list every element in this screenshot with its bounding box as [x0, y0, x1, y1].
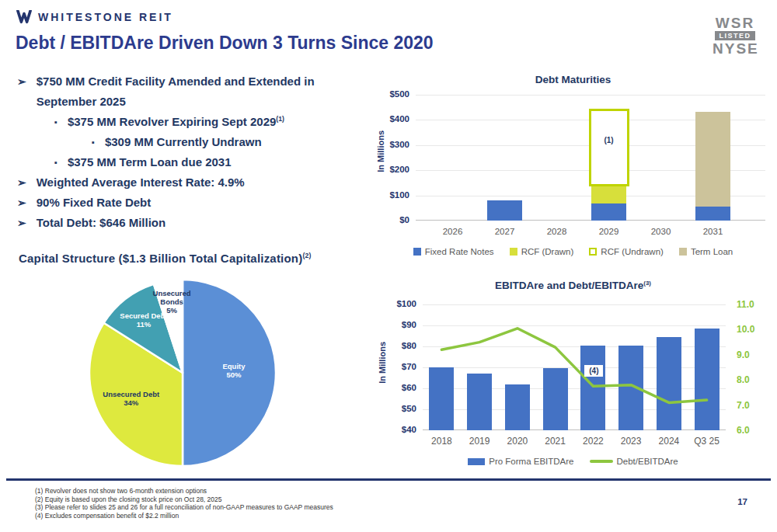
y-axis-tick: $200 — [374, 165, 409, 174]
logo-text: WHITESTONE REIT — [38, 11, 173, 23]
bar-segment-rcf-drawn- — [591, 186, 626, 203]
bullet-text: $375 MM Revolver Expiring Sept 2029(1) — [68, 112, 284, 132]
x-axis-tick: Q3 25 — [687, 436, 727, 447]
left-axis-tick: $50 — [381, 404, 416, 413]
legend-item: RCF (Undrawn) — [589, 247, 664, 256]
legend-item: Debt/EBITDAre — [590, 457, 678, 466]
footnotes: (1) Revolver does not show two 6-month e… — [35, 487, 333, 520]
right-axis-tick: 7.0 — [737, 400, 750, 411]
x-axis-tick: 2024 — [649, 436, 689, 447]
whitestone-logo: WHITESTONE REIT — [16, 10, 173, 24]
legend-label: RCF (Drawn) — [521, 247, 574, 256]
legend-label: RCF (Undrawn) — [601, 247, 664, 256]
footnote-line: (4) Excludes compensation benefit of $2.… — [35, 512, 333, 520]
ebitdare-plot-area: $40$50$60$70$80$90$1006.07.08.09.010.011… — [423, 304, 726, 430]
legend-label: Debt/EBITDAre — [617, 457, 678, 466]
listed-label: LISTED — [715, 31, 755, 40]
ticker-symbol: WSR — [713, 16, 758, 30]
x-axis-tick: 2031 — [690, 227, 737, 236]
left-axis-tick: $70 — [381, 362, 416, 371]
debt-ebitdare-line — [441, 329, 706, 403]
legend-label: Fixed Rate Notes — [425, 247, 494, 256]
debt-maturities-legend: Fixed Rate NotesRCF (Drawn)RCF (Undrawn)… — [373, 247, 773, 256]
right-axis-tick: 11.0 — [737, 299, 754, 310]
capital-structure-pie-chart: Equity50%Unsecured Debt34%Secured Debt11… — [66, 272, 299, 471]
line-overlay — [423, 304, 726, 430]
x-axis-tick: 2022 — [573, 436, 613, 447]
legend-swatch-icon — [679, 248, 687, 256]
legend-item: Pro Forma EBITDAre — [468, 457, 573, 466]
legend-label: Term Loan — [691, 247, 733, 256]
x-axis-tick: 2021 — [535, 436, 576, 447]
x-axis-tick: 2019 — [459, 436, 500, 447]
left-axis-tick: $80 — [381, 341, 416, 350]
x-axis-tick: 2029 — [586, 227, 632, 236]
footnote-line: (2) Equity is based upon the closing sto… — [35, 495, 333, 504]
x-axis-tick: 2030 — [638, 227, 685, 236]
square-bullet-icon: ▪ — [54, 112, 57, 132]
left-axis-tick: $90 — [381, 320, 416, 329]
arrow-bullet-icon: ➢ — [17, 193, 26, 213]
x-axis-tick: 2018 — [421, 436, 462, 447]
debt-maturities-plot-area: $0$100$200$300$400$500202620272028(1)202… — [416, 95, 765, 221]
nyse-listed-badge: WSR LISTED NYSE — [713, 16, 758, 57]
bullet-text: $309 MM Currently Undrawn — [105, 132, 262, 152]
left-axis-tick: $60 — [381, 383, 416, 392]
bullet-item: ➢Total Debt: $646 Million — [17, 213, 364, 233]
debt-ebitdare-line-svg — [423, 304, 726, 430]
y-axis-tick: $0 — [374, 215, 409, 224]
ebitdare-chart: EBITDAre and Debt/EBITDAre(3) In Million… — [373, 273, 773, 477]
bullet-item: ▪$309 MM Currently Undrawn — [92, 132, 364, 152]
x-axis-tick: 2028 — [534, 227, 580, 236]
bullet-text: Weighted Average Interest Rate: 4.9% — [37, 172, 245, 193]
square-bullet-icon: ▪ — [92, 132, 95, 152]
right-axis-tick: 9.0 — [737, 349, 750, 360]
y-axis-tick: $100 — [374, 190, 409, 200]
legend-swatch-icon — [413, 248, 421, 256]
whitestone-logo-icon — [16, 10, 33, 24]
bar-segment-rcf-undrawn: (1) — [589, 109, 629, 186]
capital-structure-title-text: Capital Structure ($1.3 Billion Total Ca… — [19, 252, 302, 265]
x-axis-tick: 2027 — [482, 227, 528, 236]
capital-structure-pie-svg: Equity50%Unsecured Debt34%Secured Debt11… — [66, 272, 299, 471]
legend-item: RCF (Drawn) — [510, 247, 574, 256]
bullet-text: $375 MM Term Loan due 2031 — [68, 152, 232, 172]
bullet-item: ▪$375 MM Term Loan due 2031 — [54, 152, 364, 172]
ebitdare-title-text: EBITDAre and Debt/EBITDAre — [495, 280, 643, 291]
arrow-bullet-icon: ➢ — [17, 172, 26, 193]
ebitdare-legend: Pro Forma EBITDAreDebt/EBITDAre — [373, 457, 773, 466]
bullet-list: ➢$750 MM Credit Facility Amended and Ext… — [17, 71, 364, 233]
y-axis-tick: $300 — [374, 140, 409, 149]
bullet-item: ▪$375 MM Revolver Expiring Sept 2029(1) — [54, 112, 364, 132]
square-bullet-icon: ▪ — [54, 152, 57, 172]
bullet-item: ➢90% Fixed Rate Debt — [17, 193, 364, 213]
bar-segment-fixed-rate-notes — [695, 207, 730, 221]
legend-swatch-icon — [589, 248, 597, 256]
debt-maturities-chart: Debt Maturities In Millions $0$100$200$3… — [373, 70, 773, 266]
footnote-line: (3) Please refer to slides 25 and 26 for… — [35, 503, 333, 512]
chart-annotation: (4) — [584, 365, 603, 377]
arrow-bullet-icon: ➢ — [17, 71, 26, 112]
bar-segment-fixed-rate-notes — [591, 203, 626, 221]
bullet-text: $750 MM Credit Facility Amended and Exte… — [37, 71, 364, 112]
bullet-text: 90% Fixed Rate Debt — [37, 193, 152, 213]
legend-item: Fixed Rate Notes — [413, 247, 494, 256]
legend-line-icon — [590, 460, 613, 463]
page-number: 17 — [737, 497, 747, 506]
debt-maturities-title: Debt Maturities — [373, 74, 773, 85]
arrow-bullet-icon: ➢ — [17, 213, 26, 233]
right-axis-tick: 6.0 — [737, 425, 750, 436]
ebitdare-title: EBITDAre and Debt/EBITDAre(3) — [373, 280, 773, 291]
capital-structure-title-sup: (2) — [302, 252, 311, 259]
exchange-label: NYSE — [713, 41, 758, 57]
bar-segment-term-loan — [695, 112, 730, 207]
x-axis-tick: 2026 — [430, 227, 476, 236]
legend-swatch-icon — [510, 248, 517, 256]
x-axis-tick: 2023 — [611, 436, 651, 447]
bullet-item: ➢Weighted Average Interest Rate: 4.9% — [17, 172, 364, 193]
footer-divider — [6, 478, 771, 481]
right-axis-tick: 8.0 — [737, 374, 750, 385]
legend-label: Pro Forma EBITDAre — [489, 457, 573, 466]
left-axis-tick: $40 — [381, 425, 416, 434]
presentation-slide: WHITESTONE REIT WSR LISTED NYSE Debt / E… — [0, 0, 777, 532]
